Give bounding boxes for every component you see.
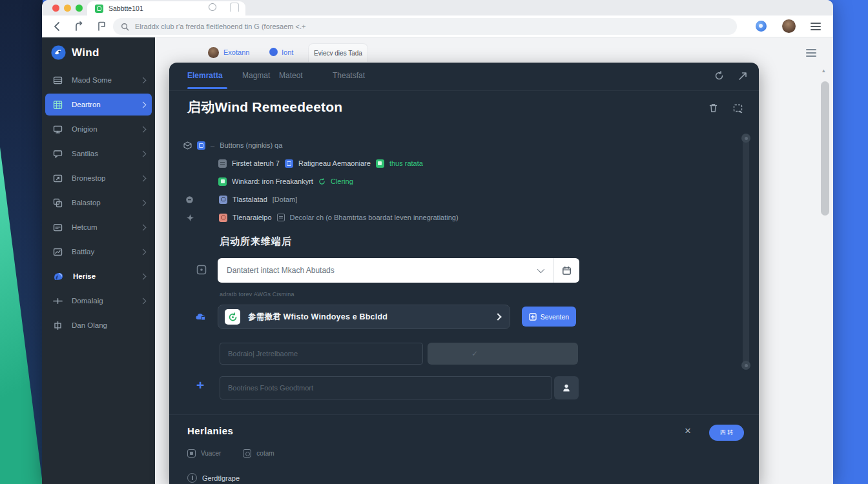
chevron-down-icon[interactable] [537,266,544,273]
button-label: Seventen [541,313,569,321]
tree-row[interactable]: Firstet ateruh 7 Ratigneau Aemaoniare th… [218,158,423,168]
sidebar-item-battlay[interactable]: Battlay [45,241,152,263]
page-scrollbar-thumb[interactable] [821,81,829,216]
tree-row[interactable]: Tlenaraielpo Decolar ch (o Bhamtrtas boa… [183,212,459,223]
panel-tab-elemratta[interactable]: Elemratta [187,71,223,80]
component-slate-icon [219,196,227,204]
add-icon[interactable]: + [196,378,204,393]
divider [169,414,759,415]
component-green-icon [218,177,227,186]
method-select-input[interactable] [218,258,537,283]
footer-meta-label: cotam [256,450,274,457]
sidebar-item-dan-olang[interactable]: Dan Olang [45,314,152,336]
sidebar-item-balastop[interactable]: Balastop [45,192,152,214]
package-name: 参需撒君 Wfisto Windoyes e Bbcldd [248,312,488,323]
refresh-icon[interactable] [714,70,725,81]
monitor-icon [53,125,63,134]
breadcrumb-link[interactable]: Iont [282,48,293,56]
person-icon [562,383,571,392]
stop-square-icon[interactable] [187,449,196,458]
page-tab[interactable]: Eviecv dies Tada [308,43,368,62]
plus-line-icon [53,296,63,306]
sidebar-item-hetcum[interactable]: Hetcum [45,216,152,238]
sidebar-item-bronestop[interactable]: Bronestop [45,167,152,189]
trash-icon[interactable] [708,103,719,114]
sidebar-item-label: Maod Some [72,76,132,84]
close-window-button[interactable] [52,5,59,12]
breadcrumb-user-link[interactable]: Exotann [223,48,249,56]
divider [169,90,759,91]
back-icon[interactable] [51,21,63,32]
circle-minus-icon[interactable] [185,196,194,204]
breadcrumb-dot-icon [269,48,278,56]
chevron-right-icon [140,199,147,206]
maximize-window-button[interactable] [76,5,83,12]
browser-menu-icon[interactable] [811,23,821,30]
minimize-window-button[interactable] [64,5,71,12]
footer-meta-row: Vuacer cotam [187,449,274,458]
footer-item-row[interactable]: Gerdtlgrape [187,473,240,483]
sidebar-item-herise[interactable]: Herise [45,265,152,287]
sidebar-item-label: Battlay [72,248,132,256]
save-button[interactable]: 四 转 [709,425,744,441]
screenshot-frame-icon[interactable] [732,103,743,114]
tree-row-root[interactable]: – Buttons (nginkis) qa [183,140,282,150]
chevron-right-icon[interactable] [494,313,501,320]
browser-profile-avatar[interactable] [782,19,796,33]
sidebar-item-label: Bronestop [72,174,132,182]
sidebar-item-deartron[interactable]: Deartron [45,94,152,116]
page-menu-icon[interactable] [806,49,816,57]
tree-row-link[interactable]: Clering [331,177,353,185]
browser-tabstrip: Sabbtte101 [42,0,833,15]
browser-tab-active[interactable]: Sabbtte101 [87,1,245,15]
sidebar-item-santlias[interactable]: Santlias [45,143,152,165]
cloud-icon [194,310,207,323]
panel-tab-mateot[interactable]: Mateot [279,71,303,80]
diamond-star-icon[interactable] [186,214,194,222]
sidebar-item-domalaig[interactable]: Domalaig [45,290,152,312]
section-subheading: 启动所来维端后 [220,236,292,248]
editor-panel: Elemratta Magmat Mateot Theatsfat 启动Wind… [169,63,759,484]
new-tab-button[interactable] [230,3,239,12]
address-bar[interactable]: Elraddx club r'a frerda fleitlehoend tin… [113,18,737,35]
user-avatar[interactable] [208,47,219,58]
footer-meta-label: Vuacer [201,450,221,457]
package-action-button[interactable]: Seventen [522,307,576,327]
scroll-up-knob[interactable] [741,134,750,143]
chevron-right-icon [140,150,147,157]
check-icon: ✓ [471,349,478,358]
recycle-green-icon [228,312,238,322]
calendar-icon [562,266,572,276]
package-icon-bg [225,309,240,325]
tree-row[interactable]: Tlastalatad [Dotam] [183,194,297,205]
camera-box-icon[interactable] [243,449,251,458]
footer-heading: Herlanies [187,425,233,436]
package-selector[interactable]: 参需撒君 Wfisto Windoyes e Bbcldd [218,305,510,329]
calendar-button[interactable] [553,258,579,283]
sidebar-item-maod-some[interactable]: Maod Some [45,69,152,91]
chevron-right-icon [140,175,147,181]
component-green-icon [376,159,384,168]
bookmark-flag-icon[interactable] [96,21,108,32]
tree-row[interactable]: Winkard: iron Freakankyrt Clering [218,176,353,187]
scrollbar-up-arrow[interactable]: ▴ [822,67,825,74]
extension-icon[interactable] [756,21,767,32]
forward-history-icon[interactable] [73,21,85,32]
address-bar-text: Elraddx club r'a frerda fleitlehoend tin… [135,23,305,30]
tab-audio-icon[interactable] [209,3,216,11]
panel-tab-magmat[interactable]: Magmat [242,71,270,80]
helper-text: adratb torev AWGs Cismina [220,291,294,297]
share-external-icon[interactable] [738,70,749,81]
grid-plus-icon [529,313,537,321]
app-sidebar: Wind Maod Some Deartron Onigion Santlias [42,37,155,484]
close-icon[interactable]: × [685,425,691,438]
scroll-down-knob[interactable] [741,361,750,370]
sidebar-item-onigion[interactable]: Onigion [45,118,152,140]
value-input[interactable] [220,343,423,365]
source-input[interactable] [220,376,552,399]
panel-tab-theatsfat[interactable]: Theatsfat [333,71,365,80]
person-button[interactable] [554,376,579,399]
button-label: 四 转 [720,429,734,437]
chevron-right-icon [140,248,147,255]
panel-scrollbar[interactable] [743,136,749,368]
